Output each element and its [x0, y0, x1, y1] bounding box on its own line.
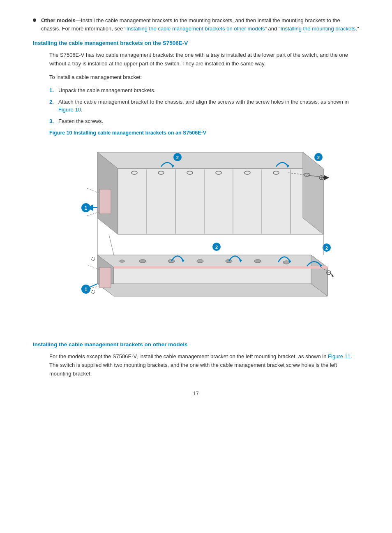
- svg-text:2: 2: [176, 155, 179, 160]
- page-content: Other models—Install the cable managemen…: [33, 16, 359, 396]
- svg-text:1: 1: [85, 287, 88, 292]
- section1-body1: The S7506E-V has two cable management br…: [49, 51, 359, 68]
- figure11-link[interactable]: Figure 11: [328, 353, 350, 359]
- svg-point-43: [254, 260, 261, 263]
- link-cable-management-other[interactable]: Installing the cable management brackets…: [127, 25, 265, 32]
- figure10-caption: Figure 10 Installing cable management br…: [49, 130, 359, 136]
- figure10-link[interactable]: Figure 10: [58, 107, 81, 113]
- svg-text:2: 2: [215, 245, 218, 250]
- svg-text:1: 1: [85, 205, 88, 211]
- svg-marker-0: [97, 152, 323, 169]
- section1-heading: Installing the cable management brackets…: [33, 40, 359, 46]
- step-3: 3. Fasten the screws.: [49, 117, 359, 125]
- svg-line-66: [109, 234, 114, 255]
- svg-rect-58: [99, 267, 111, 288]
- step3-number: 3.: [49, 117, 58, 125]
- svg-marker-2: [118, 169, 323, 234]
- svg-rect-45: [114, 266, 327, 269]
- step1-text: Unpack the cable management brackets.: [58, 86, 359, 95]
- bullet-text-middle: " and ": [265, 25, 280, 32]
- link-mounting-brackets[interactable]: Installing the mounting brackets: [281, 25, 356, 32]
- section2-heading: Installing the cable management brackets…: [33, 341, 359, 348]
- bullet-icon: [33, 19, 36, 22]
- svg-text:2: 2: [325, 246, 328, 250]
- bullet-text: Other models—Install the cable managemen…: [41, 16, 359, 32]
- svg-marker-57: [331, 275, 334, 277]
- svg-point-39: [120, 260, 125, 262]
- chassis-top-unit: 2 2 1: [81, 152, 327, 234]
- numbered-list: 1. Unpack the cable management brackets.…: [49, 86, 359, 125]
- section1-body2: To install a cable management bracket:: [49, 73, 359, 82]
- other-models-label: Other models: [41, 17, 76, 23]
- step-2: 2. Attach the cable management bracket t…: [49, 98, 359, 114]
- step1-number: 1.: [49, 86, 58, 95]
- step-1: 1. Unpack the cable management brackets.: [49, 86, 359, 95]
- step2-text-before-link: Attach the cable management bracket to t…: [58, 99, 349, 105]
- step3-text: Fasten the screws.: [58, 117, 359, 125]
- svg-point-41: [197, 260, 203, 263]
- section2: Installing the cable management brackets…: [33, 341, 359, 378]
- section2-body-text: For the models except the S7506E-V, inst…: [49, 353, 328, 359]
- step2-text: Attach the cable management bracket to t…: [58, 98, 359, 114]
- step2-period: .: [81, 107, 83, 113]
- section2-body: For the models except the S7506E-V, inst…: [49, 352, 359, 378]
- svg-text:2: 2: [317, 155, 320, 160]
- svg-point-64: [92, 290, 95, 294]
- svg-rect-28: [99, 189, 111, 214]
- svg-point-44: [283, 261, 290, 264]
- step2-number: 2.: [49, 98, 58, 106]
- figure10-diagram: 2 2 1: [56, 140, 336, 329]
- bullet-text-end: .": [355, 25, 359, 32]
- bullet-list: Other models—Install the cable managemen…: [33, 16, 359, 32]
- svg-point-63: [92, 257, 95, 261]
- svg-marker-33: [97, 255, 327, 267]
- figure10-container: 2 2 1: [33, 140, 359, 329]
- chassis-bottom-unit: 2 2: [81, 243, 334, 296]
- svg-marker-37: [97, 284, 327, 296]
- svg-point-38: [139, 260, 146, 263]
- list-item-other-models: Other models—Install the cable managemen…: [33, 16, 359, 32]
- page-number: 17: [33, 391, 359, 396]
